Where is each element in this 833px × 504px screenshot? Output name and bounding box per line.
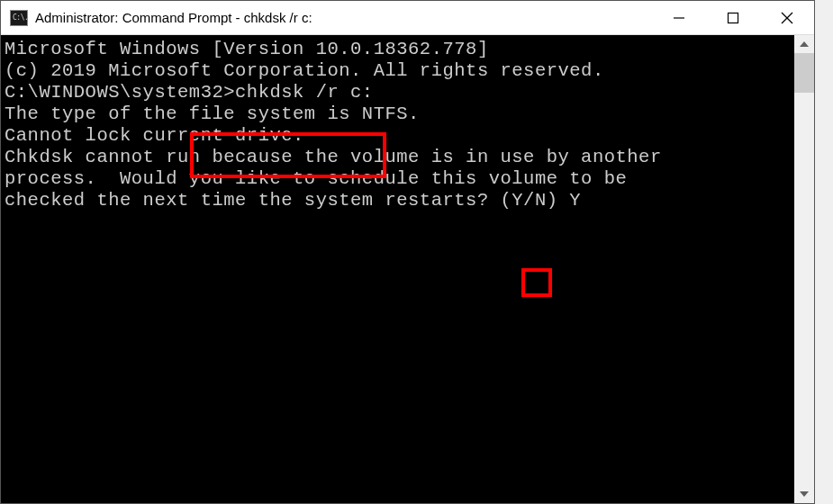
user-response: Y	[569, 190, 581, 211]
window-controls	[652, 1, 814, 34]
titlebar[interactable]: C:\. Administrator: Command Prompt - chk…	[1, 1, 814, 35]
maximize-button[interactable]	[706, 1, 760, 34]
minimize-button[interactable]	[652, 1, 706, 34]
output-line: Microsoft Windows [Version 10.0.18362.77…	[5, 39, 791, 60]
typed-command: chkdsk /r c:	[235, 82, 374, 103]
scroll-track[interactable]	[794, 53, 814, 485]
cmd-icon-label: C:\.	[13, 14, 28, 22]
command-prompt-window: C:\. Administrator: Command Prompt - chk…	[0, 0, 815, 504]
prompt-line: C:\WINDOWS\system32>chkdsk /r c:	[5, 82, 791, 104]
question-text: checked the next time the system restart…	[5, 190, 569, 211]
output-line: Cannot lock current drive.	[5, 125, 791, 147]
output-line: (c) 2019 Microsoft Corporation. All righ…	[5, 60, 791, 82]
vertical-scrollbar[interactable]	[794, 35, 814, 503]
terminal-wrapper: Microsoft Windows [Version 10.0.18362.77…	[1, 35, 814, 503]
output-line: Chkdsk cannot run because the volume is …	[5, 147, 791, 168]
window-title: Administrator: Command Prompt - chkdsk /…	[35, 10, 652, 25]
annotation-highlight-response	[521, 268, 552, 297]
prompt-response-line: checked the next time the system restart…	[5, 190, 791, 212]
cmd-icon: C:\.	[10, 10, 28, 26]
scroll-up-arrow-icon[interactable]	[794, 35, 814, 53]
scroll-thumb[interactable]	[794, 53, 814, 93]
scroll-down-arrow-icon[interactable]	[794, 485, 814, 503]
svg-rect-1	[729, 13, 738, 22]
terminal-output[interactable]: Microsoft Windows [Version 10.0.18362.77…	[1, 35, 794, 503]
close-button[interactable]	[760, 1, 814, 34]
output-line: process. Would you like to schedule this…	[5, 168, 791, 190]
prompt-path: C:\WINDOWS\system32>	[5, 82, 235, 103]
output-line: The type of the file system is NTFS.	[5, 104, 791, 125]
